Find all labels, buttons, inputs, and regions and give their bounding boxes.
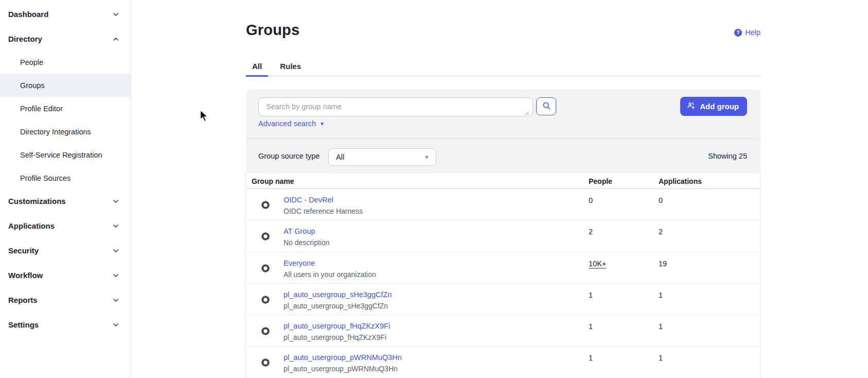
table-row: pl_auto_usergroup_sHe3ggCfZn pl_auto_use… (246, 284, 760, 315)
group-name-link[interactable]: pl_auto_usergroup_pWRNMuQ3Hn (284, 352, 402, 363)
chevron-down-icon (112, 197, 120, 205)
sidebar-item-label: Directory Integrations (20, 128, 91, 136)
caret-down-icon: ▼ (424, 154, 430, 160)
table-row: pl_auto_usergroup_pWRNMuQ3Hn pl_auto_use… (246, 347, 760, 378)
sidebar-item-settings[interactable]: Settings (0, 313, 131, 336)
chevron-down-icon (112, 296, 120, 304)
tab-label: Rules (280, 62, 301, 71)
group-apps-count: 1 (659, 290, 663, 301)
sidebar-item-reports[interactable]: Reports (0, 288, 131, 312)
group-description: OIDC reference Harness (284, 205, 363, 217)
group-apps-count: 19 (659, 259, 667, 269)
search-filter-panel: Advanced search ▼ Add group (246, 90, 760, 174)
sidebar-item-customizations[interactable]: Customizations (0, 190, 131, 213)
showing-count: Showing 25 (708, 152, 747, 160)
advanced-search-label: Advanced search (258, 119, 316, 128)
sidebar-item-people[interactable]: People (0, 50, 131, 74)
table-row: Everyone All users in your organization … (246, 252, 760, 284)
group-name-link[interactable]: pl_auto_usergroup_fHqZKzX9Fi (284, 321, 390, 332)
group-description: No description (284, 237, 330, 248)
group-people-count: 1 (589, 353, 593, 364)
tab-rules[interactable]: Rules (274, 57, 307, 76)
sidebar-item-label: Customizations (8, 197, 66, 205)
group-text: OIDC - DevRel OIDC reference Harness (284, 195, 363, 217)
group-name-link[interactable]: Everyone (284, 258, 315, 269)
advanced-search-link[interactable]: Advanced search ▼ (258, 119, 325, 128)
sidebar-item-label: Settings (8, 320, 39, 329)
column-header-applications: Applications (659, 177, 702, 185)
sidebar-item-security[interactable]: Security (0, 239, 131, 262)
group-people-count: 1 (589, 290, 593, 301)
group-name-link[interactable]: AT Group (284, 226, 315, 237)
admin-console-screen: Dashboard Directory People Groups (0, 0, 868, 378)
sidebar-nav: Dashboard Directory People Groups (0, 0, 131, 378)
sidebar-item-label: Profile Editor (20, 105, 63, 113)
sidebar-item-workflow[interactable]: Workflow (0, 264, 131, 287)
group-starburst-icon (260, 263, 271, 273)
sidebar-item-applications[interactable]: Applications (0, 214, 131, 237)
column-header-group-name: Group name (252, 177, 294, 185)
main-content: Groups ? Help All Rules (131, 0, 868, 378)
chevron-up-icon (112, 35, 120, 43)
table-row: OIDC - DevRel OIDC reference Harness 0 0 (246, 189, 760, 220)
tab-all[interactable]: All (246, 57, 268, 76)
add-group-button[interactable]: Add group (680, 97, 747, 116)
mouse-cursor (200, 110, 209, 125)
sidebar-item-label: Self-Service Registration (20, 151, 102, 159)
search-input[interactable] (258, 97, 533, 116)
table-header: Group name People Applications (246, 174, 760, 189)
group-name-link[interactable]: OIDC - DevRel (284, 195, 333, 205)
group-description: pl_auto_usergroup_sHe3ggCfZn (284, 300, 392, 312)
search-icon (542, 101, 551, 112)
search-area: Advanced search ▼ Add group (246, 90, 760, 139)
group-apps-count: 1 (659, 321, 663, 332)
group-starburst-icon (260, 200, 271, 210)
help-link[interactable]: ? Help (734, 28, 760, 37)
group-apps-count: 1 (659, 353, 663, 364)
select-value: All (336, 153, 344, 161)
chevron-down-icon (112, 247, 120, 255)
group-starburst-icon (260, 326, 271, 336)
table-row: pl_auto_usergroup_fHqZKzX9Fi pl_auto_use… (246, 315, 760, 347)
sidebar-item-label: Applications (8, 221, 55, 230)
chevron-down-icon (112, 222, 120, 230)
page-title: Groups (246, 22, 299, 39)
add-group-label: Add group (700, 102, 739, 111)
sidebar-item-self-service-registration[interactable]: Self-Service Registration (0, 143, 131, 166)
sidebar-item-label: People (20, 58, 43, 66)
table-body: OIDC - DevRel OIDC reference Harness 0 0 (246, 189, 760, 378)
search-button[interactable] (536, 97, 556, 115)
chevron-down-icon (112, 10, 120, 19)
group-description: pl_auto_usergroup_pWRNMuQ3Hn (284, 363, 402, 374)
group-starburst-icon (260, 295, 271, 305)
sidebar-item-directory-integrations[interactable]: Directory Integrations (0, 120, 131, 143)
sidebar-item-label: Dashboard (8, 10, 48, 19)
group-text: pl_auto_usergroup_sHe3ggCfZn pl_auto_use… (284, 289, 392, 312)
group-apps-count: 2 (659, 227, 663, 237)
group-plus-icon (687, 101, 696, 112)
group-description: pl_auto_usergroup_fHqZKzX9Fi (284, 332, 390, 343)
sidebar-item-profile-editor[interactable]: Profile Editor (0, 97, 131, 120)
filter-row: Group source type All ▼ Showing 25 (246, 139, 760, 174)
group-source-type-select[interactable]: All ▼ (328, 148, 436, 166)
group-people-count: 0 (589, 195, 593, 206)
tab-bar: All Rules (246, 57, 760, 76)
group-text: pl_auto_usergroup_pWRNMuQ3Hn pl_auto_use… (284, 352, 402, 374)
group-text: Everyone All users in your organization (284, 258, 376, 280)
group-name-link[interactable]: pl_auto_usergroup_sHe3ggCfZn (284, 289, 392, 300)
chevron-down-icon (112, 321, 120, 329)
group-text: AT Group No description (284, 226, 330, 248)
tab-label: All (252, 62, 262, 71)
sidebar-item-directory[interactable]: Directory (0, 27, 131, 50)
sidebar-item-groups[interactable]: Groups (0, 74, 131, 97)
group-people-count: 2 (589, 227, 593, 237)
column-header-people: People (589, 177, 612, 185)
group-source-type-label: Group source type (258, 152, 320, 160)
sidebar-item-label: Workflow (8, 271, 43, 280)
sidebar-item-profile-sources[interactable]: Profile Sources (0, 166, 131, 190)
group-apps-count: 0 (659, 195, 663, 206)
people-count-link[interactable]: 10K+ (589, 260, 606, 269)
group-starburst-icon (260, 357, 271, 368)
sidebar-item-dashboard[interactable]: Dashboard (0, 3, 131, 26)
group-people-count: 1 (589, 321, 593, 332)
